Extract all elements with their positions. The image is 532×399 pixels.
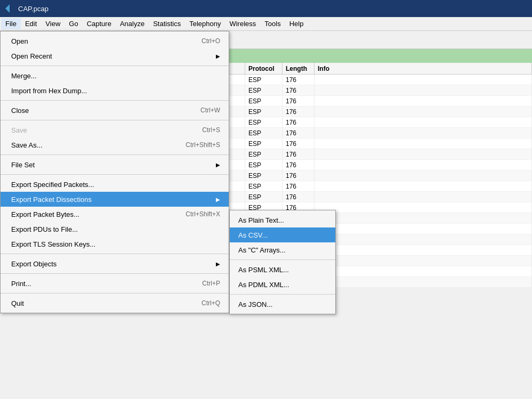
cell-info (315, 192, 532, 202)
cell-info (315, 213, 532, 223)
sep6 (1, 254, 229, 254)
submenu-plain-text[interactable]: As Plain Text... (230, 213, 335, 227)
cell-protocol: ESP (245, 170, 283, 181)
cell-length: 176 (283, 139, 315, 149)
export-dissections-submenu: As Plain Text... As CSV... As "C" Arrays… (229, 210, 336, 314)
menu-import-hex[interactable]: Import from Hex Dump... (1, 83, 229, 98)
menu-capture[interactable]: Capture (83, 18, 116, 29)
menu-analyze[interactable]: Analyze (116, 18, 149, 29)
menu-help[interactable]: Help (285, 18, 308, 29)
menu-merge-label: Merge... (11, 72, 37, 80)
menu-open-recent-label: Open Recent (11, 52, 52, 60)
app-icon (5, 4, 14, 13)
menu-save-as-shortcut: Ctrl+Shift+S (186, 141, 220, 149)
cell-length: 176 (283, 181, 315, 191)
menu-quit[interactable]: Quit Ctrl+Q (1, 296, 229, 311)
submenu-as-pdml[interactable]: As PDML XML... (230, 277, 335, 292)
cell-length: 176 (283, 170, 315, 181)
menu-print-shortcut: Ctrl+P (202, 280, 220, 287)
menu-save-as[interactable]: Save As... Ctrl+Shift+S (1, 137, 229, 152)
submenu-as-c-arrays-label: As "C" Arrays... (238, 246, 286, 254)
cell-info (315, 256, 532, 266)
menu-export-specified-label: Export Specified Packets... (11, 181, 94, 189)
menu-merge[interactable]: Merge... (1, 68, 229, 83)
cell-info (315, 266, 532, 276)
cell-protocol: ESP (245, 149, 283, 159)
menu-save: Save Ctrl+S (1, 123, 229, 137)
menu-open-label: Open (11, 37, 28, 45)
cell-length: 176 (283, 149, 315, 159)
cell-info (315, 139, 532, 149)
menu-open-recent[interactable]: Open Recent ▶ (1, 48, 229, 63)
cell-length: 176 (283, 128, 315, 138)
menu-export-packet-dissections-label: Export Packet Dissections (11, 196, 92, 203)
cell-length: 176 (283, 107, 315, 117)
submenu-plain-text-label: As Plain Text... (238, 216, 284, 224)
submenu-as-psml-label: As PSML XML... (238, 266, 289, 274)
menu-export-packet-bytes-shortcut: Ctrl+Shift+X (186, 210, 220, 218)
menu-save-as-label: Save As... (11, 141, 43, 149)
cell-protocol: ESP (245, 160, 283, 170)
menu-export-objects-arrow: ▶ (216, 261, 220, 267)
sub-sep1 (230, 259, 335, 260)
window-title: CAP.pcap (18, 5, 49, 13)
menu-file-set-label: File Set (11, 161, 35, 169)
menu-statistics[interactable]: Statistics (149, 18, 185, 29)
cell-info (315, 224, 532, 234)
menu-view[interactable]: View (41, 18, 65, 29)
sep3 (1, 120, 229, 120)
file-menu: Open Ctrl+O Open Recent ▶ Merge... Impor… (0, 31, 229, 313)
col-header-protocol: Protocol (245, 63, 283, 74)
cell-length: 176 (283, 75, 315, 85)
cell-info (315, 75, 532, 85)
menu-file-set[interactable]: File Set ▶ (1, 157, 229, 172)
svg-marker-0 (5, 4, 10, 13)
cell-info (315, 85, 532, 95)
menu-export-packet-bytes-label: Export Packet Bytes... (11, 210, 79, 218)
menu-print-label: Print... (11, 280, 31, 288)
submenu-as-json[interactable]: As JSON... (230, 297, 335, 312)
cell-info (315, 149, 532, 159)
cell-info (315, 96, 532, 106)
menu-export-tls[interactable]: Export TLS Session Keys... (1, 237, 229, 251)
col-header-length: Length (283, 63, 315, 74)
cell-protocol: ESP (245, 107, 283, 117)
menu-tools[interactable]: Tools (260, 18, 285, 29)
submenu-as-psml[interactable]: As PSML XML... (230, 262, 335, 277)
menu-close-label: Close (11, 107, 29, 115)
menu-close-shortcut: Ctrl+W (200, 107, 220, 114)
menu-close[interactable]: Close Ctrl+W (1, 103, 229, 118)
menu-quit-label: Quit (11, 299, 24, 307)
menu-export-specified[interactable]: Export Specified Packets... (1, 177, 229, 192)
menu-export-packet-dissections[interactable]: Export Packet Dissections ▶ (1, 192, 229, 207)
menu-export-objects[interactable]: Export Objects ▶ (1, 256, 229, 271)
menu-export-tls-label: Export TLS Session Keys... (11, 240, 95, 248)
menu-export-packet-bytes[interactable]: Export Packet Bytes... Ctrl+Shift+X (1, 207, 229, 222)
menu-edit[interactable]: Edit (21, 18, 41, 29)
cell-info (315, 160, 532, 170)
menu-print[interactable]: Print... Ctrl+P (1, 276, 229, 291)
menu-open[interactable]: Open Ctrl+O (1, 34, 229, 48)
cell-info (315, 245, 532, 255)
cell-protocol: ESP (245, 128, 283, 138)
submenu-as-csv-label: As CSV... (238, 231, 268, 239)
menu-export-pdus[interactable]: Export PDUs to File... (1, 222, 229, 237)
cell-info (315, 277, 532, 287)
menu-go[interactable]: Go (65, 18, 82, 29)
submenu-as-json-label: As JSON... (238, 300, 272, 308)
sep8 (1, 293, 229, 294)
menu-wireless[interactable]: Wireless (225, 18, 260, 29)
cell-protocol: ESP (245, 117, 283, 127)
submenu-as-c-arrays[interactable]: As "C" Arrays... (230, 242, 335, 257)
menu-file[interactable]: File (1, 18, 21, 29)
cell-info (315, 202, 532, 213)
menu-telephony[interactable]: Telephony (185, 18, 225, 29)
title-bar: CAP.pcap (0, 0, 532, 17)
menu-export-objects-label: Export Objects (11, 260, 57, 268)
menu-open-shortcut: Ctrl+O (201, 37, 220, 45)
menu-quit-shortcut: Ctrl+Q (201, 299, 220, 307)
cell-protocol: ESP (245, 96, 283, 106)
cell-protocol: ESP (245, 139, 283, 149)
menu-export-packet-dissections-arrow: ▶ (216, 197, 220, 202)
submenu-as-csv[interactable]: As CSV... (230, 227, 335, 242)
